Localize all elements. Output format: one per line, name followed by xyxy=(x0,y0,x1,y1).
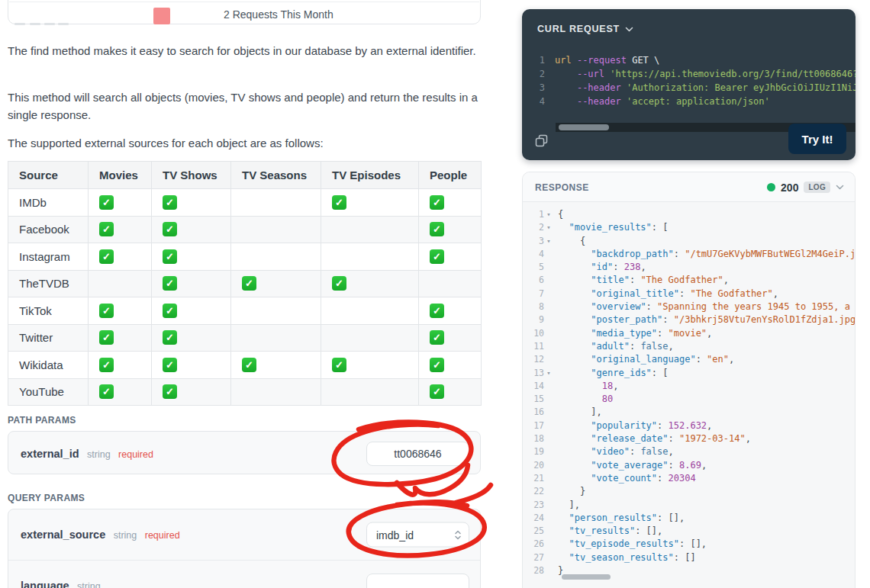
source-cell: Twitter xyxy=(8,324,89,352)
check-icon: ✓ xyxy=(99,195,114,210)
external-source-select[interactable]: imdb_id xyxy=(366,522,469,548)
check-icon: ✓ xyxy=(99,330,114,345)
code-text: "tv_results": [], xyxy=(558,525,662,538)
table-row: Twitter✓✓✓ xyxy=(8,324,482,352)
fold-spacer xyxy=(544,288,553,300)
copy-code-button[interactable] xyxy=(534,133,549,149)
check-icon: ✓ xyxy=(332,195,346,210)
support-cell xyxy=(321,216,419,243)
fold-spacer xyxy=(544,406,553,419)
check-icon: ✓ xyxy=(99,358,114,372)
table-header-row: SourceMoviesTV ShowsTV SeasonsTV Episode… xyxy=(8,162,482,189)
chevron-down-icon xyxy=(625,27,633,32)
fold-spacer xyxy=(544,313,553,326)
fold-caret-icon[interactable]: ▾ xyxy=(544,221,553,234)
language-input[interactable] xyxy=(366,574,469,588)
chevron-down-icon[interactable] xyxy=(836,185,844,190)
response-scrollbar-thumb[interactable] xyxy=(562,574,611,580)
code-text: "backdrop_path": "/tmU7GeKVybMWFButWEGl2… xyxy=(558,248,856,261)
line-number: 11 xyxy=(523,340,544,353)
fold-spacer xyxy=(544,485,553,498)
support-cell xyxy=(321,243,419,271)
status-code: 200 xyxy=(781,182,798,194)
code-text: "person_results": [], xyxy=(558,512,685,525)
support-cell xyxy=(231,216,321,243)
code-line: 4 --header 'accept: application/json' xyxy=(522,95,856,108)
fold-spacer xyxy=(544,564,553,577)
fold-caret-icon[interactable]: ▾ xyxy=(544,367,553,380)
check-icon: ✓ xyxy=(242,276,256,291)
fold-spacer xyxy=(544,261,553,274)
line-number: 24 xyxy=(523,512,544,525)
line-number: 18 xyxy=(523,432,544,445)
fold-caret-icon[interactable]: ▾ xyxy=(544,235,553,248)
usage-empty-bar xyxy=(58,23,69,25)
param-type: string xyxy=(114,530,137,541)
response-json-block: 1▾{2▾ "movie_results": [3▾ {4 "backdrop_… xyxy=(523,202,855,577)
code-text: "overview": "Spanning the years 1945 to … xyxy=(558,300,856,313)
check-icon: ✓ xyxy=(430,330,444,345)
select-chevrons-icon xyxy=(454,529,462,540)
path-params-box: external_id string required xyxy=(8,431,481,474)
fold-spacer xyxy=(544,300,553,313)
table-row: Wikidata✓✓✓✓✓ xyxy=(8,352,482,379)
check-icon: ✓ xyxy=(430,195,444,210)
fold-spacer xyxy=(544,525,553,538)
code-text: "vote_count": 20304 xyxy=(558,472,696,485)
fold-spacer xyxy=(544,353,553,366)
external-id-input[interactable] xyxy=(366,442,469,466)
code-text: "release_date": "1972-03-14", xyxy=(558,432,751,445)
support-cell: ✓ xyxy=(89,216,152,243)
log-badge[interactable]: LOG xyxy=(804,182,830,193)
support-cell xyxy=(89,270,152,297)
code-text: "original_title": "The Godfather", xyxy=(558,288,778,300)
code-line: 21 "vote_count": 20304 xyxy=(523,472,855,485)
support-cell xyxy=(321,378,419,406)
code-line: 18 "release_date": "1972-03-14", xyxy=(523,432,855,445)
check-icon: ✓ xyxy=(332,358,346,372)
check-icon: ✓ xyxy=(332,276,346,291)
line-number: 10 xyxy=(523,327,544,340)
line-number: 3 xyxy=(522,81,545,95)
check-icon: ✓ xyxy=(163,249,177,264)
code-line: 20 "vote_average": 8.69, xyxy=(523,459,855,472)
check-icon: ✓ xyxy=(163,304,177,318)
usage-bar xyxy=(153,8,170,24)
code-text: ], xyxy=(558,406,602,419)
col-header-tv-shows: TV Shows xyxy=(152,162,231,189)
code-line: 12 "original_language": "en", xyxy=(523,353,855,366)
check-icon: ✓ xyxy=(99,249,114,264)
support-cell: ✓ xyxy=(89,297,152,325)
support-cell: ✓ xyxy=(89,378,152,406)
curl-scrollbar-thumb[interactable] xyxy=(559,124,609,130)
response-status: 200 LOG xyxy=(767,172,844,202)
response-title: RESPONSE xyxy=(535,182,589,193)
source-cell: TikTok xyxy=(8,297,89,325)
source-cell: Facebook xyxy=(8,216,89,243)
param-name: external_id xyxy=(21,448,79,460)
code-text: "tv_season_results": [] xyxy=(558,551,696,564)
code-line: 15 80 xyxy=(523,393,855,406)
code-line: 13▾ "genre_ids": [ xyxy=(523,367,855,380)
line-number: 26 xyxy=(523,538,544,551)
support-cell: ✓ xyxy=(231,352,321,379)
code-line: 1url --request GET \ xyxy=(522,53,856,67)
fold-caret-icon[interactable]: ▾ xyxy=(544,208,553,221)
curl-request-toggle[interactable]: CURL REQUEST xyxy=(537,24,633,34)
support-cell: ✓ xyxy=(419,297,482,325)
code-text: "original_language": "en", xyxy=(558,353,734,366)
try-it-button[interactable]: Try It! xyxy=(788,124,846,154)
status-ok-dot xyxy=(767,183,775,191)
fold-spacer xyxy=(544,393,553,406)
line-number: 5 xyxy=(523,261,544,274)
line-number: 9 xyxy=(523,313,544,326)
fold-spacer xyxy=(544,445,553,458)
check-icon: ✓ xyxy=(163,358,177,372)
support-cell xyxy=(231,324,321,352)
code-text: 80 xyxy=(558,393,613,406)
code-line: 3▾ { xyxy=(523,235,855,248)
support-cell: ✓ xyxy=(89,243,152,271)
support-cell: ✓ xyxy=(321,352,419,379)
param-row-language: language string xyxy=(8,560,480,588)
usage-empty-bar xyxy=(44,23,55,25)
